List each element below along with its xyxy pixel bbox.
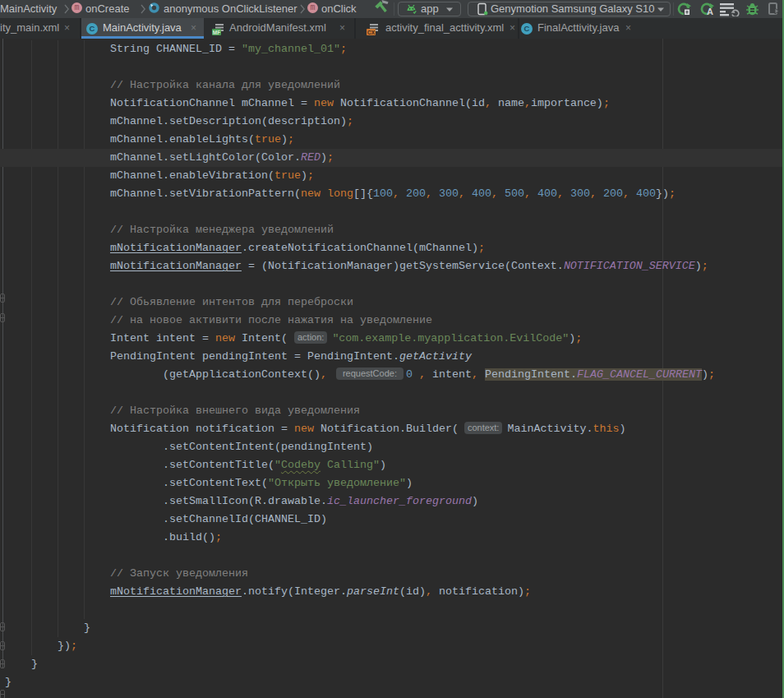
svg-text:A: A — [707, 7, 713, 16]
svg-text:MF: MF — [213, 30, 220, 35]
svg-text:CX: CX — [367, 30, 376, 35]
